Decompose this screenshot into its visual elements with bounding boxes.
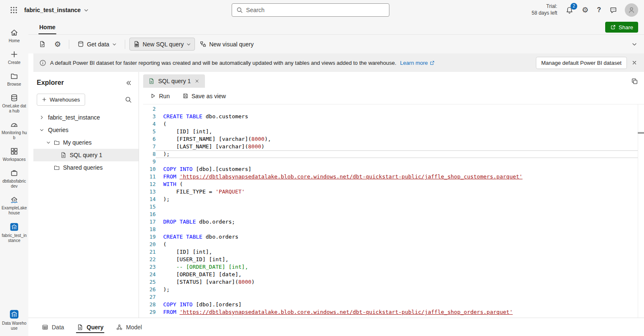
code-line[interactable]: 4( xyxy=(143,120,644,128)
settings-button[interactable]: ⚙ xyxy=(581,5,589,15)
line-content[interactable]: ( xyxy=(156,120,638,128)
line-content[interactable]: CREATE TABLE dbo.customers xyxy=(156,113,638,120)
rail-item-examplelakehouse[interactable]: ExampleLakehouse xyxy=(0,192,28,219)
line-content[interactable] xyxy=(156,203,638,211)
tab-home[interactable]: Home xyxy=(38,24,57,31)
code-line[interactable]: 19CREATE TABLE dbo.orders xyxy=(143,233,644,241)
line-content[interactable]: WITH ( xyxy=(156,181,638,188)
editor-scrollbar[interactable] xyxy=(638,104,644,318)
line-content[interactable]: [FIRST_NAME] [varchar](8000), xyxy=(156,135,638,143)
line-content[interactable]: COPY INTO [dbo].[orders] xyxy=(156,301,638,308)
share-button[interactable]: Share xyxy=(605,22,638,33)
code-line[interactable]: 2 xyxy=(143,105,644,113)
line-content[interactable]: ( xyxy=(156,241,638,248)
line-content[interactable]: [STATUS] [varchar](8000) xyxy=(156,278,638,286)
collapse-explorer-button[interactable] xyxy=(125,79,133,87)
code-line[interactable]: 14); xyxy=(143,196,644,203)
search-box[interactable] xyxy=(232,3,389,17)
run-button[interactable]: Run xyxy=(146,90,173,102)
line-content[interactable]: DROP TABLE dbo.orders; xyxy=(156,218,638,226)
rail-item-create[interactable]: Create xyxy=(0,47,28,69)
code-line[interactable]: 23 -- [ORDER_DATE] [int], xyxy=(143,263,644,271)
code-line[interactable]: 8); xyxy=(143,150,644,158)
code-line[interactable]: 10COPY INTO [dbo].[customers] xyxy=(143,165,644,173)
tree-item-shared-queries[interactable]: Shared queries xyxy=(33,161,139,174)
tab-sql-query-1[interactable]: SQL query 1 xyxy=(143,74,205,88)
line-content[interactable]: [ID] [int], xyxy=(156,248,638,256)
code-line[interactable]: 11FROM 'https://dbtlabsynapsedatalake.bl… xyxy=(143,173,644,181)
line-content[interactable]: [ID] [int], xyxy=(156,128,638,135)
code-line[interactable]: 22 [USER_ID] [int], xyxy=(143,256,644,263)
copy-button[interactable] xyxy=(630,77,639,86)
line-content[interactable]: CREATE TABLE dbo.orders xyxy=(156,233,638,241)
code-line[interactable]: 12WITH ( xyxy=(143,181,644,188)
line-content[interactable]: ); xyxy=(156,286,638,293)
notifications-button[interactable]: 2 xyxy=(565,5,574,15)
line-content[interactable]: FILE_TYPE = 'PARQUET' xyxy=(156,188,638,196)
line-content[interactable] xyxy=(156,211,638,218)
code-line[interactable]: 20( xyxy=(143,241,644,248)
code-line[interactable]: 9 xyxy=(143,158,644,165)
workspace-switcher[interactable]: fabric_test_instance xyxy=(24,7,89,13)
line-content[interactable] xyxy=(156,293,638,301)
code-editor[interactable]: 23CREATE TABLE dbo.customers4(5 [ID] [in… xyxy=(143,104,644,318)
new-item-button[interactable] xyxy=(35,38,50,51)
code-line[interactable]: 25 [STATUS] [varchar](8000) xyxy=(143,278,644,286)
line-content[interactable]: ); xyxy=(156,196,638,203)
tree-item-queries[interactable]: Queries xyxy=(33,124,139,136)
code-line[interactable]: 17DROP TABLE dbo.orders; xyxy=(143,218,644,226)
settings-ribbon-button[interactable]: ⚙ xyxy=(51,38,65,51)
rail-item-workspaces[interactable]: Workspaces xyxy=(0,144,28,165)
explorer-search-button[interactable] xyxy=(124,95,133,104)
scrollbar-thumb[interactable] xyxy=(638,132,644,134)
tree-item-fabric-test-instance[interactable]: fabric_test_instance xyxy=(33,111,139,124)
line-content[interactable]: ); xyxy=(156,150,638,158)
line-content[interactable] xyxy=(156,158,638,165)
feedback-button[interactable] xyxy=(609,5,618,15)
line-content[interactable]: COPY INTO [dbo].[customers] xyxy=(156,165,638,173)
rail-item-experience-data-warehouse[interactable]: Data Warehouse xyxy=(0,306,28,334)
line-content[interactable]: [USER_ID] [int], xyxy=(156,256,638,263)
code-line[interactable]: 21 [ID] [int], xyxy=(143,248,644,256)
new-sql-query-button[interactable]: New SQL query xyxy=(129,38,195,51)
line-content[interactable]: [ORDER_DATE] [date], xyxy=(156,271,638,278)
tree-item-my-queries[interactable]: My queries xyxy=(33,136,139,149)
collapse-ribbon-button[interactable] xyxy=(631,41,638,48)
tree-item-sql-query-1[interactable]: SQL query 1 xyxy=(33,149,139,161)
add-warehouses-button[interactable]: Warehouses xyxy=(37,94,85,106)
code-line[interactable]: 28COPY INTO [dbo].[orders] xyxy=(143,301,644,308)
code-line[interactable]: 16 xyxy=(143,211,644,218)
close-tab-button[interactable] xyxy=(194,78,200,84)
line-content[interactable] xyxy=(156,226,638,233)
code-line[interactable]: 18 xyxy=(143,226,644,233)
code-line[interactable]: 15 xyxy=(143,203,644,211)
save-as-view-button[interactable]: Save as view xyxy=(179,90,229,102)
search-input[interactable] xyxy=(246,7,385,13)
banner-close-button[interactable] xyxy=(631,59,638,66)
rail-item-monitoring-hub[interactable]: Monitoring hub xyxy=(0,117,28,144)
rail-item-browse[interactable]: Browse xyxy=(0,69,28,90)
line-content[interactable]: FROM 'https://dbtlabsynapsedatalake.blob… xyxy=(156,308,638,316)
rail-item-home[interactable]: Home xyxy=(0,25,28,47)
manage-dataset-button[interactable]: Manage default Power BI dataset xyxy=(536,57,627,69)
code-line[interactable]: 26); xyxy=(143,286,644,293)
view-tab-data[interactable]: Data xyxy=(41,318,65,336)
line-content[interactable]: FROM 'https://dbtlabsynapsedatalake.blob… xyxy=(156,173,638,181)
code-line[interactable]: 7 [LAST_NAME] [varchar](8000) xyxy=(143,143,644,150)
new-visual-query-button[interactable]: New visual query xyxy=(196,38,258,51)
code-line[interactable]: 6 [FIRST_NAME] [varchar](8000), xyxy=(143,135,644,143)
code-line[interactable]: 24 [ORDER_DATE] [date], xyxy=(143,271,644,278)
line-content[interactable]: -- [ORDER_DATE] [int], xyxy=(156,263,638,271)
learn-more-link[interactable]: Learn more xyxy=(400,60,435,66)
panel-splitter[interactable] xyxy=(139,72,143,318)
code-line[interactable]: 5 [ID] [int], xyxy=(143,128,644,135)
app-launcher-button[interactable] xyxy=(9,5,18,15)
rail-item-fabric-test-instance[interactable]: fabric_test_instance xyxy=(0,219,28,247)
view-tab-query[interactable]: Query xyxy=(76,318,104,336)
line-content[interactable]: [LAST_NAME] [varchar](8000) xyxy=(156,143,638,150)
account-avatar[interactable] xyxy=(625,3,638,17)
view-tab-model[interactable]: Model xyxy=(115,318,143,336)
code-line[interactable]: 27 xyxy=(143,293,644,301)
get-data-button[interactable]: Get data xyxy=(73,38,121,51)
help-button[interactable]: ? xyxy=(596,6,602,14)
